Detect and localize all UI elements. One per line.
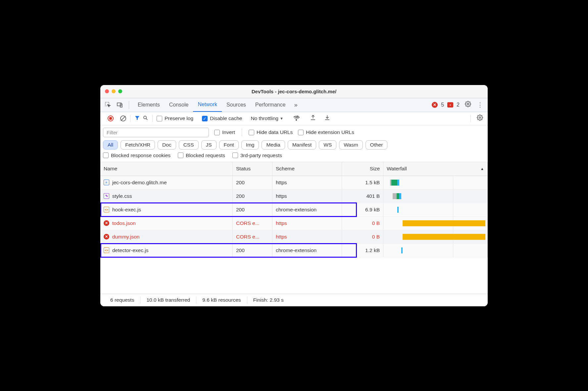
tabs-overflow-icon[interactable]: » [292, 102, 299, 109]
request-status: 200 [236, 247, 245, 253]
minimize-icon[interactable] [112, 89, 116, 93]
disable-cache-label: Disable cache [210, 115, 242, 121]
filter-chip-manifest[interactable]: Manifest [288, 140, 317, 150]
filter-chip-font[interactable]: Font [219, 140, 239, 150]
more-menu-icon[interactable]: ⋮ [477, 101, 483, 109]
filter-input[interactable]: Filter [103, 128, 209, 137]
table-row[interactable]: ≡jec-cors-demo.glitch.me200https1.5 kB [100, 176, 488, 190]
request-scheme: https [276, 220, 287, 226]
waterfall-cell [383, 244, 488, 257]
error-badge-icon[interactable]: ✕ [432, 102, 438, 108]
request-name: todos.json [112, 220, 136, 226]
filter-chip-js[interactable]: JS [201, 140, 217, 150]
settings-gear-icon[interactable] [465, 101, 471, 109]
request-scheme: https [276, 193, 287, 199]
svg-point-5 [296, 120, 297, 120]
third-party-toggle[interactable]: 3rd-party requests [232, 152, 282, 158]
waterfall-cell [383, 190, 488, 203]
close-icon[interactable] [105, 89, 109, 93]
filter-placeholder: Filter [107, 130, 118, 135]
panel-settings-gear-icon[interactable] [477, 114, 483, 122]
maximize-icon[interactable] [118, 89, 122, 93]
waterfall-cell [383, 203, 488, 216]
request-scheme: chrome-extension [276, 247, 317, 253]
request-scheme: chrome-extension [276, 207, 317, 213]
checkbox-checked-icon[interactable]: ✓ [202, 116, 208, 121]
table-row[interactable]: ✕todos.jsonCORS e...https0 B [100, 217, 488, 230]
clear-log-icon[interactable] [120, 115, 126, 121]
table-row[interactable]: ✕dummy.jsonCORS e...https0 B [100, 230, 488, 244]
tab-performance[interactable]: Performance [251, 98, 290, 112]
request-status: 200 [236, 193, 245, 199]
checkbox-icon[interactable] [214, 130, 220, 135]
record-button[interactable] [108, 115, 114, 121]
request-status: 200 [236, 180, 245, 186]
checkbox-icon[interactable] [249, 130, 254, 135]
request-scheme: https [276, 180, 287, 186]
tab-sources[interactable]: Sources [222, 98, 251, 112]
hide-data-urls-toggle[interactable]: Hide data URLs [249, 129, 293, 135]
blocked-cookies-toggle[interactable]: Blocked response cookies [103, 152, 171, 158]
blocked-requests-toggle[interactable]: Blocked requests [178, 152, 225, 158]
checkbox-icon[interactable] [298, 130, 304, 135]
col-name[interactable]: Name [100, 162, 233, 176]
filter-chip-ws[interactable]: WS [319, 140, 336, 150]
issue-badge-icon[interactable]: ▪ [447, 102, 453, 108]
filter-toggle-icon[interactable] [134, 115, 140, 122]
network-conditions-icon[interactable] [293, 114, 300, 123]
invert-toggle[interactable]: Invert [214, 129, 235, 135]
checkbox-icon[interactable] [232, 152, 238, 158]
network-toolbar: Preserve log ✓ Disable cache No throttli… [100, 112, 488, 125]
table-row[interactable]: <>hook-exec.js200chrome-extension6.9 kB [100, 203, 488, 217]
tab-elements[interactable]: Elements [133, 98, 165, 112]
device-toolbar-icon[interactable] [115, 100, 125, 110]
request-name: jec-cors-demo.glitch.me [112, 180, 167, 186]
error-icon: ✕ [104, 220, 109, 226]
issue-count: 2 [457, 102, 460, 108]
request-name: detector-exec.js [112, 247, 148, 253]
table-row[interactable]: <>detector-exec.js200chrome-extension1.2… [100, 244, 488, 257]
hide-extension-urls-toggle[interactable]: Hide extension URLs [298, 129, 354, 135]
network-table: Name Status Scheme Size Waterfall ▲ ≡jec… [100, 162, 488, 294]
table-row[interactable]: ✎style.css200https401 B [100, 190, 488, 203]
filter-chip-wasm[interactable]: Wasm [339, 140, 363, 150]
error-icon: ✕ [104, 234, 109, 239]
request-size: 1.5 kB [365, 180, 380, 186]
col-scheme[interactable]: Scheme [272, 162, 342, 176]
checkbox-icon[interactable] [157, 116, 162, 121]
filter-chip-img[interactable]: Img [241, 140, 259, 150]
throttling-select[interactable]: No throttling ▼ [251, 115, 283, 121]
tab-console[interactable]: Console [165, 98, 193, 112]
checkbox-icon[interactable] [178, 152, 183, 158]
error-count: 5 [441, 102, 444, 108]
status-transferred: 10.0 kB transferred [140, 297, 196, 303]
chevron-down-icon: ▼ [280, 116, 283, 120]
filter-chip-all[interactable]: All [103, 140, 118, 150]
preserve-log-toggle[interactable]: Preserve log [157, 115, 193, 121]
titlebar: DevTools - jec-cors-demo.glitch.me/ [100, 85, 488, 98]
hide-ext-label: Hide extension URLs [306, 129, 354, 135]
filter-bar: Filter Invert Hide data URLs Hide extens… [100, 125, 488, 162]
inspect-element-icon[interactable] [103, 100, 113, 110]
filter-chip-other[interactable]: Other [366, 140, 388, 150]
blocked-requests-label: Blocked requests [186, 152, 225, 158]
svg-rect-1 [117, 103, 121, 106]
export-har-icon[interactable] [310, 114, 316, 122]
sort-asc-icon: ▲ [480, 167, 484, 171]
import-har-icon[interactable] [324, 114, 330, 122]
filter-chip-fetchxhr[interactable]: Fetch/XHR [121, 140, 155, 150]
filter-chip-media[interactable]: Media [262, 140, 285, 150]
filter-chip-css[interactable]: CSS [179, 140, 199, 150]
tab-network[interactable]: Network [193, 98, 222, 112]
col-size[interactable]: Size [342, 162, 383, 176]
col-waterfall[interactable]: Waterfall ▲ [383, 162, 488, 176]
filter-chip-doc[interactable]: Doc [158, 140, 176, 150]
request-status: CORS e... [236, 220, 260, 226]
checkbox-icon[interactable] [103, 152, 109, 158]
request-size: 0 B [372, 234, 380, 240]
css-file-icon: ✎ [104, 193, 109, 199]
disable-cache-toggle[interactable]: ✓ Disable cache [202, 115, 242, 121]
throttling-value: No throttling [251, 115, 278, 121]
col-status[interactable]: Status [233, 162, 272, 176]
search-icon[interactable] [143, 115, 148, 122]
